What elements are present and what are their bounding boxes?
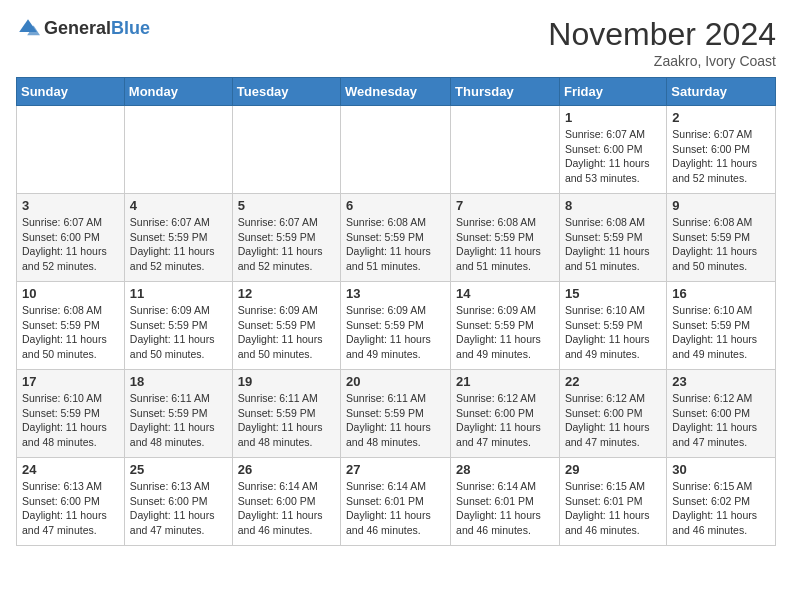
day-number: 6 <box>346 198 445 213</box>
calendar-cell: 4Sunrise: 6:07 AM Sunset: 5:59 PM Daylig… <box>124 194 232 282</box>
day-info: Sunrise: 6:07 AM Sunset: 6:00 PM Dayligh… <box>672 127 770 186</box>
day-info: Sunrise: 6:09 AM Sunset: 5:59 PM Dayligh… <box>130 303 227 362</box>
day-info: Sunrise: 6:10 AM Sunset: 5:59 PM Dayligh… <box>22 391 119 450</box>
day-number: 23 <box>672 374 770 389</box>
day-number: 1 <box>565 110 661 125</box>
day-info: Sunrise: 6:08 AM Sunset: 5:59 PM Dayligh… <box>346 215 445 274</box>
day-number: 24 <box>22 462 119 477</box>
weekday-header: Saturday <box>667 78 776 106</box>
day-info: Sunrise: 6:09 AM Sunset: 5:59 PM Dayligh… <box>238 303 335 362</box>
day-info: Sunrise: 6:07 AM Sunset: 6:00 PM Dayligh… <box>565 127 661 186</box>
calendar-week-row: 1Sunrise: 6:07 AM Sunset: 6:00 PM Daylig… <box>17 106 776 194</box>
day-number: 28 <box>456 462 554 477</box>
day-info: Sunrise: 6:08 AM Sunset: 5:59 PM Dayligh… <box>672 215 770 274</box>
weekday-header: Sunday <box>17 78 125 106</box>
calendar-cell: 23Sunrise: 6:12 AM Sunset: 6:00 PM Dayli… <box>667 370 776 458</box>
calendar-cell: 21Sunrise: 6:12 AM Sunset: 6:00 PM Dayli… <box>451 370 560 458</box>
day-number: 20 <box>346 374 445 389</box>
calendar-cell: 16Sunrise: 6:10 AM Sunset: 5:59 PM Dayli… <box>667 282 776 370</box>
day-number: 19 <box>238 374 335 389</box>
calendar-week-row: 3Sunrise: 6:07 AM Sunset: 6:00 PM Daylig… <box>17 194 776 282</box>
day-info: Sunrise: 6:10 AM Sunset: 5:59 PM Dayligh… <box>565 303 661 362</box>
day-info: Sunrise: 6:12 AM Sunset: 6:00 PM Dayligh… <box>456 391 554 450</box>
calendar-cell: 1Sunrise: 6:07 AM Sunset: 6:00 PM Daylig… <box>559 106 666 194</box>
calendar-cell: 14Sunrise: 6:09 AM Sunset: 5:59 PM Dayli… <box>451 282 560 370</box>
day-info: Sunrise: 6:13 AM Sunset: 6:00 PM Dayligh… <box>22 479 119 538</box>
weekday-header: Tuesday <box>232 78 340 106</box>
day-number: 3 <box>22 198 119 213</box>
day-info: Sunrise: 6:08 AM Sunset: 5:59 PM Dayligh… <box>565 215 661 274</box>
day-info: Sunrise: 6:11 AM Sunset: 5:59 PM Dayligh… <box>238 391 335 450</box>
logo-general: General <box>44 18 111 38</box>
calendar-cell: 15Sunrise: 6:10 AM Sunset: 5:59 PM Dayli… <box>559 282 666 370</box>
calendar-cell: 6Sunrise: 6:08 AM Sunset: 5:59 PM Daylig… <box>341 194 451 282</box>
day-info: Sunrise: 6:07 AM Sunset: 5:59 PM Dayligh… <box>238 215 335 274</box>
calendar-cell: 24Sunrise: 6:13 AM Sunset: 6:00 PM Dayli… <box>17 458 125 546</box>
calendar-cell: 22Sunrise: 6:12 AM Sunset: 6:00 PM Dayli… <box>559 370 666 458</box>
day-number: 8 <box>565 198 661 213</box>
logo: GeneralBlue <box>16 16 150 40</box>
title-block: November 2024 Zaakro, Ivory Coast <box>548 16 776 69</box>
weekday-header: Wednesday <box>341 78 451 106</box>
calendar-cell: 12Sunrise: 6:09 AM Sunset: 5:59 PM Dayli… <box>232 282 340 370</box>
calendar-week-row: 17Sunrise: 6:10 AM Sunset: 5:59 PM Dayli… <box>17 370 776 458</box>
day-number: 7 <box>456 198 554 213</box>
day-info: Sunrise: 6:13 AM Sunset: 6:00 PM Dayligh… <box>130 479 227 538</box>
day-number: 25 <box>130 462 227 477</box>
calendar-table: SundayMondayTuesdayWednesdayThursdayFrid… <box>16 77 776 546</box>
weekday-header: Friday <box>559 78 666 106</box>
calendar-cell: 27Sunrise: 6:14 AM Sunset: 6:01 PM Dayli… <box>341 458 451 546</box>
day-info: Sunrise: 6:14 AM Sunset: 6:01 PM Dayligh… <box>346 479 445 538</box>
day-info: Sunrise: 6:12 AM Sunset: 6:00 PM Dayligh… <box>672 391 770 450</box>
day-number: 17 <box>22 374 119 389</box>
calendar-cell <box>341 106 451 194</box>
calendar-cell: 13Sunrise: 6:09 AM Sunset: 5:59 PM Dayli… <box>341 282 451 370</box>
calendar-cell: 30Sunrise: 6:15 AM Sunset: 6:02 PM Dayli… <box>667 458 776 546</box>
calendar-cell: 17Sunrise: 6:10 AM Sunset: 5:59 PM Dayli… <box>17 370 125 458</box>
calendar-cell: 2Sunrise: 6:07 AM Sunset: 6:00 PM Daylig… <box>667 106 776 194</box>
calendar-cell: 25Sunrise: 6:13 AM Sunset: 6:00 PM Dayli… <box>124 458 232 546</box>
day-number: 11 <box>130 286 227 301</box>
month-title: November 2024 <box>548 16 776 53</box>
day-number: 18 <box>130 374 227 389</box>
calendar-cell: 9Sunrise: 6:08 AM Sunset: 5:59 PM Daylig… <box>667 194 776 282</box>
calendar-cell: 20Sunrise: 6:11 AM Sunset: 5:59 PM Dayli… <box>341 370 451 458</box>
calendar-cell: 19Sunrise: 6:11 AM Sunset: 5:59 PM Dayli… <box>232 370 340 458</box>
calendar-cell <box>124 106 232 194</box>
calendar-cell <box>451 106 560 194</box>
day-number: 10 <box>22 286 119 301</box>
calendar-cell: 8Sunrise: 6:08 AM Sunset: 5:59 PM Daylig… <box>559 194 666 282</box>
day-number: 4 <box>130 198 227 213</box>
calendar-cell: 10Sunrise: 6:08 AM Sunset: 5:59 PM Dayli… <box>17 282 125 370</box>
calendar-cell: 11Sunrise: 6:09 AM Sunset: 5:59 PM Dayli… <box>124 282 232 370</box>
calendar-week-row: 10Sunrise: 6:08 AM Sunset: 5:59 PM Dayli… <box>17 282 776 370</box>
day-number: 15 <box>565 286 661 301</box>
day-number: 26 <box>238 462 335 477</box>
calendar-cell: 29Sunrise: 6:15 AM Sunset: 6:01 PM Dayli… <box>559 458 666 546</box>
day-info: Sunrise: 6:07 AM Sunset: 6:00 PM Dayligh… <box>22 215 119 274</box>
day-info: Sunrise: 6:08 AM Sunset: 5:59 PM Dayligh… <box>22 303 119 362</box>
day-info: Sunrise: 6:14 AM Sunset: 6:01 PM Dayligh… <box>456 479 554 538</box>
calendar-cell <box>17 106 125 194</box>
day-number: 5 <box>238 198 335 213</box>
calendar-header-row: SundayMondayTuesdayWednesdayThursdayFrid… <box>17 78 776 106</box>
day-number: 14 <box>456 286 554 301</box>
calendar-cell: 26Sunrise: 6:14 AM Sunset: 6:00 PM Dayli… <box>232 458 340 546</box>
logo-blue: Blue <box>111 18 150 38</box>
day-number: 2 <box>672 110 770 125</box>
day-number: 22 <box>565 374 661 389</box>
day-info: Sunrise: 6:12 AM Sunset: 6:00 PM Dayligh… <box>565 391 661 450</box>
page-header: GeneralBlue November 2024 Zaakro, Ivory … <box>16 16 776 69</box>
location: Zaakro, Ivory Coast <box>548 53 776 69</box>
day-number: 9 <box>672 198 770 213</box>
day-number: 27 <box>346 462 445 477</box>
day-number: 30 <box>672 462 770 477</box>
day-info: Sunrise: 6:09 AM Sunset: 5:59 PM Dayligh… <box>346 303 445 362</box>
day-info: Sunrise: 6:08 AM Sunset: 5:59 PM Dayligh… <box>456 215 554 274</box>
day-number: 16 <box>672 286 770 301</box>
day-info: Sunrise: 6:10 AM Sunset: 5:59 PM Dayligh… <box>672 303 770 362</box>
calendar-week-row: 24Sunrise: 6:13 AM Sunset: 6:00 PM Dayli… <box>17 458 776 546</box>
logo-icon <box>16 16 40 40</box>
calendar-cell: 3Sunrise: 6:07 AM Sunset: 6:00 PM Daylig… <box>17 194 125 282</box>
calendar-cell: 5Sunrise: 6:07 AM Sunset: 5:59 PM Daylig… <box>232 194 340 282</box>
